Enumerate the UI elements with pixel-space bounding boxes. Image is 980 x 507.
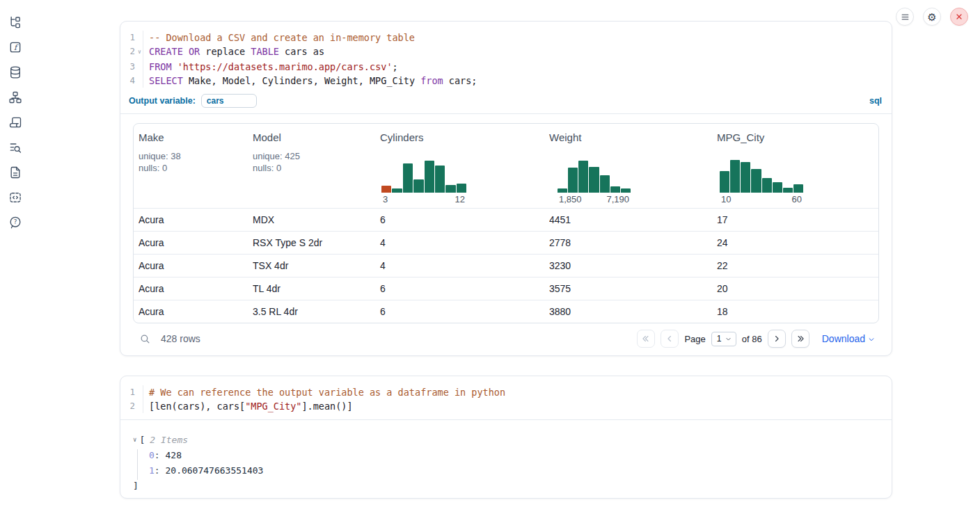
column-stat: unique: 38: [139, 150, 253, 162]
output-variable-label: Output variable:: [129, 96, 196, 106]
language-badge[interactable]: sql: [869, 96, 882, 106]
line-number-gutter: 4: [120, 74, 143, 88]
table-body: AcuraMDX6445117AcuraRSX Type S 2dr427782…: [134, 208, 878, 323]
line-number: 1: [120, 31, 136, 45]
histogram-axis: 1,8507,190: [558, 194, 631, 204]
table-cell: Acura: [139, 306, 253, 317]
data-table: Makeunique: 38nulls: 0Modelunique: 425nu…: [133, 123, 879, 323]
code-token: cars as: [279, 46, 324, 57]
histogram-bar: [793, 184, 803, 193]
code-line[interactable]: 1# We can reference the output variable …: [120, 385, 892, 399]
logs-list-search-icon[interactable]: [8, 140, 22, 154]
python-editor[interactable]: 1# We can reference the output variable …: [120, 376, 892, 420]
table-cell: 4: [380, 260, 549, 271]
sql-cell: 1-- Download a CSV and create an in-memo…: [120, 21, 892, 356]
table-cell: Acura: [139, 214, 253, 225]
histogram-bar: [773, 182, 782, 193]
code-token: FROM: [149, 61, 172, 72]
table-row[interactable]: AcuraRSX Type S 2dr4277824: [134, 231, 878, 254]
settings-button[interactable]: ⚙: [923, 8, 941, 26]
table-cell: 18: [717, 306, 874, 317]
code-line[interactable]: 1-- Download a CSV and create an in-memo…: [120, 31, 892, 45]
tree-items-count: 2 Items: [150, 435, 188, 445]
column-header[interactable]: Weight1,8507,190: [549, 124, 717, 208]
shutdown-button[interactable]: [950, 8, 968, 26]
table-cell: RSX Type S 2dr: [253, 237, 380, 248]
table-cell: 20: [717, 283, 874, 294]
column-header[interactable]: Makeunique: 38nulls: 0: [139, 124, 253, 208]
download-button[interactable]: Download: [822, 333, 875, 344]
tree-close-bracket: ]: [133, 478, 892, 494]
histogram-max-label: 60: [792, 194, 802, 204]
page-select[interactable]: 1: [711, 332, 736, 346]
histogram-bar: [558, 188, 567, 193]
fold-chevron-icon[interactable]: ∨: [136, 45, 143, 60]
tree-entry: 1: 20.060747663551403: [133, 463, 892, 478]
help-icon[interactable]: ?: [8, 216, 22, 230]
code-line[interactable]: 3FROM 'https://datasets.marimo.app/cars.…: [120, 60, 892, 74]
sql-editor[interactable]: 1-- Download a CSV and create an in-memo…: [120, 22, 892, 92]
scratchpad-function-icon[interactable]: f: [8, 40, 22, 54]
next-page-button[interactable]: [768, 330, 786, 348]
datasources-database-icon[interactable]: [8, 65, 22, 79]
code-text: # We can reference the output variable a…: [143, 385, 505, 399]
code-line[interactable]: 2∨CREATE OR replace TABLE cars as: [120, 45, 892, 60]
column-histogram[interactable]: 1060: [720, 158, 803, 204]
histogram-bar: [610, 186, 620, 193]
column-title: Cylinders: [380, 131, 549, 143]
histogram-bar: [751, 169, 761, 193]
last-page-button[interactable]: [791, 330, 809, 348]
tracing-scroll-icon[interactable]: [8, 115, 22, 129]
previous-page-button[interactable]: [661, 330, 679, 348]
table-cell: 3575: [549, 283, 717, 294]
code-token: CREATE: [149, 46, 183, 57]
table-row[interactable]: AcuraMDX6445117: [134, 208, 878, 231]
dependency-graph-icon[interactable]: [8, 90, 22, 104]
column-histogram[interactable]: 312: [381, 158, 466, 204]
code-text: FROM 'https://datasets.marimo.app/cars.c…: [143, 60, 398, 74]
line-number: 2: [120, 45, 136, 60]
snippets-code-icon[interactable]: [8, 191, 22, 204]
code-token: TABLE: [251, 46, 279, 57]
file-tree-icon[interactable]: [8, 15, 22, 29]
tree-guide-line: [137, 449, 138, 480]
table-row[interactable]: AcuraTSX 4dr4323022: [134, 254, 878, 277]
table-row[interactable]: Acura3.5 RL 4dr6388018: [134, 300, 878, 323]
column-header[interactable]: MPG_City1060: [717, 124, 874, 208]
code-token: -- Download a CSV and create an in-memor…: [149, 32, 415, 43]
column-header[interactable]: Cylinders312: [380, 124, 549, 208]
code-token: ;: [393, 61, 398, 72]
collapse-chevron-icon[interactable]: ∨: [133, 436, 136, 443]
column-header[interactable]: Modelunique: 425nulls: 0: [253, 124, 380, 208]
code-token: SELECT: [149, 75, 183, 86]
tree-entry-key: 0: [149, 450, 155, 460]
table-row[interactable]: AcuraTL 4dr6357520: [134, 277, 878, 300]
output-variable-input[interactable]: [201, 94, 257, 108]
fold-slot: [136, 385, 143, 399]
histogram-bar: [730, 160, 740, 193]
line-number: 1: [120, 385, 136, 399]
table-cell: 24: [717, 237, 874, 248]
search-icon[interactable]: [139, 333, 151, 345]
column-histogram[interactable]: 1,8507,190: [558, 158, 631, 204]
code-token: [172, 61, 177, 72]
histogram-bar: [413, 179, 423, 193]
tree-entry-colon: :: [155, 450, 166, 460]
code-token: from: [420, 75, 443, 86]
table-cell: 3.5 RL 4dr: [253, 306, 380, 317]
histogram-bars: [720, 158, 803, 193]
histogram-bar: [392, 188, 402, 193]
line-number: 2: [120, 399, 136, 413]
histogram-bar: [445, 185, 455, 193]
histogram-bar: [589, 167, 599, 193]
page-label: Page: [684, 334, 705, 344]
menu-button[interactable]: [896, 8, 914, 26]
code-line[interactable]: 4SELECT Make, Model, Cylinders, Weight, …: [120, 74, 892, 88]
line-number-gutter: 2: [120, 399, 143, 413]
column-stat: nulls: 0: [139, 162, 253, 174]
documentation-file-icon[interactable]: [8, 166, 22, 179]
first-page-button[interactable]: [637, 330, 655, 348]
table-footer: 428 rows Page 1: [133, 323, 879, 354]
code-line[interactable]: 2[len(cars), cars["MPG_City"].mean()]: [120, 399, 892, 413]
code-token: cars;: [443, 75, 477, 86]
